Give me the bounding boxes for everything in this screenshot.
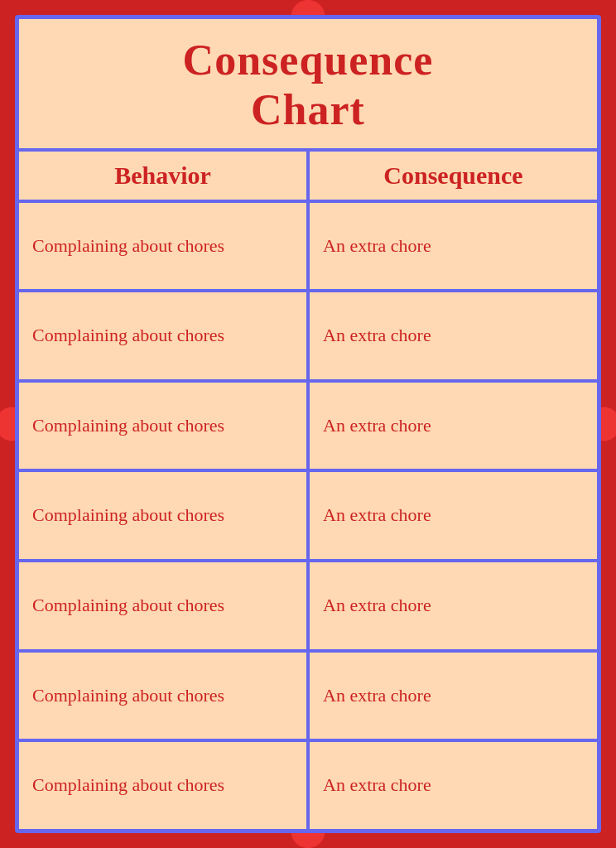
table-row: Complaining about chores An extra chore — [19, 203, 597, 290]
behavior-cell: Complaining about chores — [19, 562, 306, 649]
behavior-cell: Complaining about chores — [19, 742, 306, 829]
behavior-cell: Complaining about chores — [19, 653, 306, 740]
behavior-cell: Complaining about chores — [19, 383, 306, 470]
title-section: Consequence Chart — [19, 19, 597, 148]
table-body: Complaining about chores An extra chore … — [19, 203, 597, 829]
consequence-cell: An extra chore — [310, 562, 597, 649]
behavior-cell: Complaining about chores — [19, 203, 306, 290]
behavior-cell: Complaining about chores — [19, 292, 306, 379]
table-row: Complaining about chores An extra chore — [19, 383, 597, 470]
main-content: Consequence Chart Behavior Consequence C… — [15, 15, 601, 833]
table-section: Behavior Consequence Complaining about c… — [19, 152, 597, 829]
table-header-row: Behavior Consequence — [19, 152, 597, 200]
consequence-cell: An extra chore — [310, 742, 597, 829]
page-container: Consequence Chart Behavior Consequence C… — [0, 0, 616, 848]
consequence-cell: An extra chore — [310, 653, 597, 740]
behavior-cell: Complaining about chores — [19, 472, 306, 559]
consequence-cell: An extra chore — [310, 383, 597, 470]
consequence-cell: An extra chore — [310, 292, 597, 379]
page-title: Consequence Chart — [27, 36, 589, 135]
header-consequence: Consequence — [310, 152, 597, 200]
consequence-cell: An extra chore — [310, 472, 597, 559]
header-behavior: Behavior — [19, 152, 306, 200]
table-row: Complaining about chores An extra chore — [19, 653, 597, 740]
table-row: Complaining about chores An extra chore — [19, 472, 597, 559]
table-row: Complaining about chores An extra chore — [19, 562, 597, 649]
consequence-cell: An extra chore — [310, 203, 597, 290]
table-row: Complaining about chores An extra chore — [19, 292, 597, 379]
table-row: Complaining about chores An extra chore — [19, 742, 597, 829]
